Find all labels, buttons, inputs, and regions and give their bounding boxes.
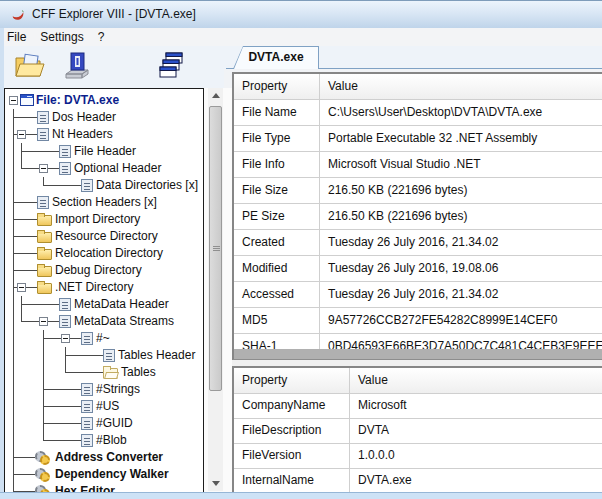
tree-item-label: #Blob — [96, 432, 127, 449]
tree-item-import-directory[interactable]: Import Directory — [5, 211, 203, 228]
property-cell: PE Size — [234, 204, 319, 229]
tree-connector-line — [43, 423, 81, 424]
tree-vertical-scrollbar[interactable] — [208, 88, 223, 491]
tree-connector-line — [43, 440, 81, 441]
scroll-up-button[interactable] — [208, 88, 223, 103]
grid-row[interactable]: File Size216.50 KB (221696 bytes) — [234, 178, 602, 204]
property-cell: Modified — [234, 256, 319, 281]
tree-item-label: File Header — [74, 143, 136, 160]
scroll-down-button[interactable] — [208, 476, 223, 491]
tree-connector-line — [43, 406, 81, 407]
tree-item-relocation-directory[interactable]: Relocation Directory — [5, 245, 203, 262]
grid-row[interactable]: CompanyNameMicrosoft — [234, 394, 602, 419]
tree-item-nt-headers[interactable]: Nt Headers — [5, 126, 203, 143]
tree-item-strings[interactable]: #Strings — [5, 381, 203, 398]
file-properties-grid: PropertyValueFile NameC:\Users\User\Desk… — [232, 72, 602, 360]
value-cell: Tuesday 26 July 2016, 21.34.02 — [320, 230, 602, 255]
value-cell: DVTA — [350, 419, 602, 443]
window-icon — [20, 94, 34, 106]
menu-item-file[interactable]: File — [0, 28, 33, 46]
tree-item-address-converter[interactable]: Address Converter — [5, 449, 203, 466]
tree-expander-minus[interactable] — [39, 164, 48, 173]
tree-item-guid[interactable]: #GUID — [5, 415, 203, 432]
doc-icon — [81, 383, 93, 396]
tree-expander-minus[interactable] — [39, 317, 48, 326]
grid-filler-strip — [232, 349, 602, 360]
doc-icon — [81, 417, 93, 430]
save-file-button[interactable] — [60, 50, 96, 84]
tree-connector-line — [13, 415, 14, 432]
property-cell: File Size — [234, 178, 319, 203]
tree-item-metadata-streams[interactable]: MetaData Streams — [5, 313, 203, 330]
open-file-button[interactable] — [12, 50, 48, 84]
tree-item-[interactable]: #~ — [5, 330, 203, 347]
folder-open-icon — [103, 368, 118, 379]
grid-row[interactable]: CreatedTuesday 26 July 2016, 21.34.02 — [234, 230, 602, 256]
tree-connector-line — [43, 347, 44, 364]
value-cell: 216.50 KB (221696 bytes) — [320, 178, 602, 203]
tree-item-file-dvta-exe[interactable]: File: DVTA.exe — [5, 92, 203, 109]
grid-row[interactable]: PE Size216.50 KB (221696 bytes) — [234, 204, 602, 230]
folder-icon — [37, 283, 52, 294]
tree-item-net-directory[interactable]: .NET Directory — [5, 279, 203, 296]
value-cell: Tuesday 26 July 2016, 19.08.06 — [320, 256, 602, 281]
grid-row[interactable]: File NameC:\Users\User\Desktop\DVTA\DVTA… — [234, 100, 602, 126]
value-cell: Portable Executable 32 .NET Assembly — [320, 126, 602, 151]
tree-connector-line — [65, 355, 103, 356]
tree-item-tables[interactable]: Tables — [5, 364, 203, 381]
tree-item-debug-directory[interactable]: Debug Directory — [5, 262, 203, 279]
tree-connector-line — [13, 117, 37, 118]
grid-row[interactable]: AccessedTuesday 26 July 2016, 21.34.02 — [234, 282, 602, 308]
tree-item-label: Dos Header — [52, 109, 116, 126]
tree-expander-minus[interactable] — [61, 334, 70, 343]
grid-row[interactable]: ModifiedTuesday 26 July 2016, 19.08.06 — [234, 256, 602, 282]
scroll-thumb[interactable] — [209, 106, 222, 391]
tree-item-dos-header[interactable]: Dos Header — [5, 109, 203, 126]
tree-item-tables-header[interactable]: Tables Header — [5, 347, 203, 364]
tree-connector-line — [13, 270, 37, 271]
tree-connector-line — [13, 143, 14, 160]
tree-item-file-header[interactable]: File Header — [5, 143, 203, 160]
property-column-header: Property — [234, 368, 349, 393]
tree-connector-line — [65, 372, 103, 373]
tree-item-optional-header[interactable]: Optional Header — [5, 160, 203, 177]
grid-row[interactable]: FileVersion1.0.0.0 — [234, 444, 602, 469]
value-column-header: Value — [350, 368, 602, 393]
grid-row[interactable]: File TypePortable Executable 32 .NET Ass… — [234, 126, 602, 152]
doc-icon — [59, 162, 71, 175]
tree-item-label: Tables — [121, 364, 156, 381]
value-cell: Tuesday 26 July 2016, 21.34.02 — [320, 282, 602, 307]
menu-item-settings[interactable]: Settings — [33, 28, 90, 46]
tab-dvta-exe[interactable]: DVTA.exe — [233, 46, 319, 69]
tree-item-label: Nt Headers — [52, 126, 113, 143]
tree-item-label: Data Directories [x] — [96, 177, 198, 194]
tree-connector-line — [13, 330, 14, 347]
tree-connector-line — [13, 253, 37, 254]
tree-expander-minus[interactable] — [17, 130, 26, 139]
tree-item-blob[interactable]: #Blob — [5, 432, 203, 449]
tree-item-section-headers-x[interactable]: Section Headers [x] — [5, 194, 203, 211]
tree-connector-line — [43, 389, 81, 390]
doc-icon — [81, 434, 93, 447]
tree-item-us[interactable]: #US — [5, 398, 203, 415]
tree-item-dependency-walker[interactable]: Dependency Walker — [5, 466, 203, 483]
windows-cascade-button[interactable] — [156, 50, 192, 84]
property-column-header: Property — [234, 74, 319, 99]
menu-item-[interactable]: ? — [91, 28, 112, 46]
tree-item-label: Import Directory — [55, 211, 140, 228]
tree-item-data-directories-x[interactable]: Data Directories [x] — [5, 177, 203, 194]
tree-item-label: #GUID — [96, 415, 133, 432]
grid-row[interactable]: MD59A57726CCB272FE54282C8999E14CEF0 — [234, 308, 602, 334]
tree-item-metadata-header[interactable]: MetaData Header — [5, 296, 203, 313]
tree-expander-minus[interactable] — [17, 283, 26, 292]
floppy-disk-icon — [60, 50, 94, 82]
tree-item-resource-directory[interactable]: Resource Directory — [5, 228, 203, 245]
grid-row[interactable]: File InfoMicrosoft Visual Studio .NET — [234, 152, 602, 178]
tree-item-label: File: DVTA.exe — [36, 92, 119, 109]
grid-row[interactable]: InternalNameDVTA.exe — [234, 469, 602, 494]
tree-connector-line — [13, 347, 14, 364]
grid-row[interactable]: FileDescriptionDVTA — [234, 419, 602, 444]
doc-icon — [37, 196, 49, 209]
tree-connector-line — [21, 151, 59, 152]
tree-expander-minus[interactable] — [9, 96, 18, 105]
